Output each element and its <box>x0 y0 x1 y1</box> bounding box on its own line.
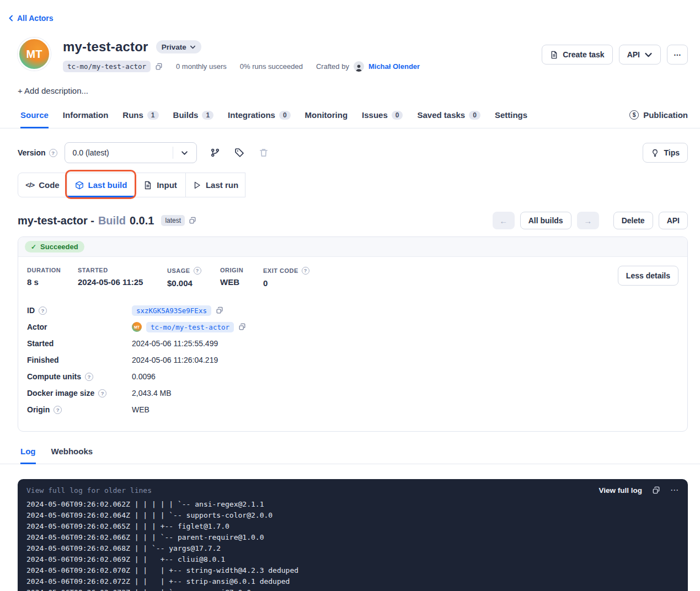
author-avatar <box>354 61 364 72</box>
build-id-badge: sxzKGK5A93Se9FExs <box>132 305 211 316</box>
subtab-last-build[interactable]: Last build <box>67 173 135 197</box>
stat-label: STARTED <box>78 267 108 273</box>
tab-runs[interactable]: Runs1 <box>122 107 158 128</box>
tab-saved-tasks[interactable]: Saved tasks0 <box>417 107 480 128</box>
source-subtabs: </> Code Last build Input Last run <box>18 173 700 197</box>
log-line: 2024-05-06T09:26:02.066Z | | | `-- paren… <box>26 532 679 543</box>
log-line: 2024-05-06T09:26:02.070Z | | | +-- strin… <box>26 565 679 576</box>
help-icon[interactable]: ? <box>39 307 47 315</box>
help-icon[interactable]: ? <box>85 373 93 381</box>
tips-button[interactable]: Tips <box>643 143 688 163</box>
all-builds-label: All builds <box>528 216 563 225</box>
latest-badge: latest <box>161 215 185 226</box>
play-icon <box>193 181 201 190</box>
status-badge: ✓ Succeeded <box>25 241 84 252</box>
version-select[interactable]: 0.0 (latest) <box>65 142 197 163</box>
less-details-label: Less details <box>626 271 670 280</box>
tag-icon[interactable] <box>233 146 246 159</box>
page-title: my-test-actor <box>63 39 148 55</box>
tab-issues[interactable]: Issues0 <box>362 107 403 128</box>
chevron-down-icon <box>173 149 196 157</box>
copy-icon[interactable] <box>189 217 196 224</box>
tab-publication[interactable]: $ Publication <box>629 110 688 125</box>
previous-build-button[interactable]: ← <box>493 212 515 229</box>
subtab-input[interactable]: Input <box>135 173 186 197</box>
subtab-last-run[interactable]: Last run <box>186 173 245 197</box>
actor-handle-link[interactable]: tc-mo/my-test-actor <box>146 322 234 332</box>
less-details-button[interactable]: Less details <box>618 266 678 286</box>
detail-label: Finished <box>27 356 59 364</box>
more-actions-button[interactable]: ⋯ <box>667 45 688 65</box>
breadcrumb-label: All Actors <box>17 14 54 23</box>
actor-handle-badge: tc-mo/my-test-actor <box>63 61 151 72</box>
tab-integrations[interactable]: Integrations0 <box>228 107 291 128</box>
api-label: API <box>667 216 680 225</box>
subtab-label: Code <box>39 180 60 190</box>
build-log-panel: View full log for older lines View full … <box>18 479 688 591</box>
tab-label: Information <box>63 110 109 120</box>
help-icon[interactable]: ? <box>302 267 309 275</box>
subtab-code[interactable]: </> Code <box>18 173 67 197</box>
log-more-button[interactable]: ⋯ <box>670 485 679 495</box>
log-tab-bar: Log Webhooks <box>0 444 700 464</box>
build-details-card: ✓ Succeeded DURATION 8 s STARTED 2024-05… <box>18 237 688 432</box>
actor-header: MT my-test-actor Private tc-mo/my-test-a… <box>18 37 688 72</box>
help-icon[interactable]: ? <box>194 267 201 275</box>
tab-webhooks[interactable]: Webhooks <box>51 444 93 464</box>
tab-source[interactable]: Source <box>20 107 49 128</box>
help-icon[interactable]: ? <box>49 149 57 157</box>
detail-label: Compute units <box>27 372 81 381</box>
check-icon: ✓ <box>31 243 36 251</box>
stat-duration: DURATION 8 s <box>27 267 78 288</box>
trash-icon <box>257 146 270 159</box>
detail-row-actor: Actor MT tc-mo/my-test-actor <box>27 319 678 335</box>
all-builds-button[interactable]: All builds <box>520 212 571 229</box>
help-icon[interactable]: ? <box>54 406 62 414</box>
delete-button[interactable]: Delete <box>613 212 653 229</box>
add-description-button[interactable]: + Add description... <box>18 86 88 95</box>
api-dropdown-button[interactable]: API <box>619 45 661 65</box>
stat-value: 2024-05-06 11:25 <box>78 277 167 287</box>
status-label: Succeeded <box>40 243 78 251</box>
create-task-button[interactable]: Create task <box>542 45 613 65</box>
version-bar: Version ? 0.0 (latest) Tips <box>18 142 688 163</box>
tab-label: Saved tasks <box>417 110 465 120</box>
view-full-log-button[interactable]: View full log <box>599 486 642 495</box>
subtab-label: Last build <box>88 180 127 190</box>
tab-log[interactable]: Log <box>20 444 36 464</box>
copy-icon[interactable] <box>155 63 163 71</box>
tab-count-badge: 0 <box>392 111 403 120</box>
detail-label: Actor <box>27 323 47 331</box>
help-icon[interactable]: ? <box>98 389 106 397</box>
crafted-by-label: Crafted by <box>316 62 349 71</box>
build-title-version: 0.0.1 <box>130 214 154 227</box>
tab-monitoring[interactable]: Monitoring <box>305 107 348 128</box>
stat-label: DURATION <box>27 267 61 273</box>
log-line: 2024-05-06T09:26:02.068Z | | `-- yargs@1… <box>26 543 679 554</box>
visibility-dropdown[interactable]: Private <box>156 40 201 53</box>
log-lines: 2024-05-06T09:26:02.062Z | | | | | `-- a… <box>26 499 679 591</box>
build-title: my-test-actor - Build 0.0.1 latest <box>18 214 196 227</box>
view-older-lines-link[interactable]: View full log for older lines <box>26 486 152 495</box>
subtab-label: Last run <box>206 180 238 190</box>
tab-label: Source <box>20 110 49 120</box>
tab-builds[interactable]: Builds1 <box>173 107 214 128</box>
chevron-down-icon <box>644 51 653 59</box>
version-selected-value: 0.0 (latest) <box>73 148 109 157</box>
log-line: 2024-05-06T09:26:02.073Z | | | `-- wrap-… <box>26 587 679 591</box>
build-api-button[interactable]: API <box>659 212 688 229</box>
tab-information[interactable]: Information <box>63 107 109 128</box>
tab-settings[interactable]: Settings <box>495 107 527 128</box>
stat-label: USAGE <box>167 267 190 274</box>
breadcrumb-all-actors[interactable]: All Actors <box>0 0 54 23</box>
next-build-button[interactable]: → <box>577 212 599 229</box>
copy-icon[interactable] <box>216 307 223 314</box>
tips-label: Tips <box>664 148 680 157</box>
create-task-label: Create task <box>563 50 605 59</box>
copy-icon[interactable] <box>238 323 246 331</box>
author-link[interactable]: Michał Olender <box>368 62 420 71</box>
git-branch-icon[interactable] <box>209 146 222 159</box>
stat-label: EXIT CODE <box>263 267 298 274</box>
copy-icon[interactable] <box>652 486 660 495</box>
monthly-users-stat: 0 monthly users <box>176 62 227 71</box>
